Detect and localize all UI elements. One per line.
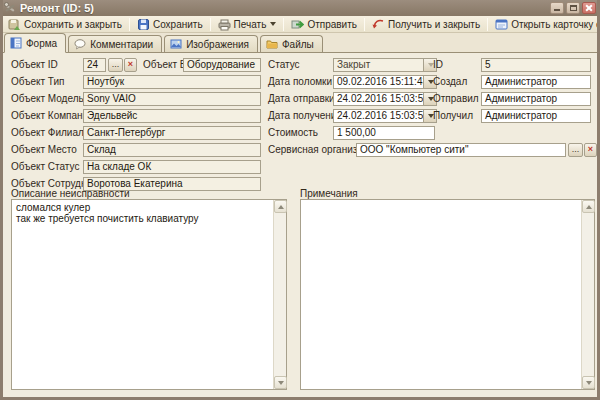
tab-comments-label: Комментарии — [90, 39, 153, 50]
id-label: ID — [433, 59, 443, 71]
sent-by-field[interactable]: Администратор — [481, 92, 591, 106]
arrow-down-icon — [586, 381, 592, 385]
images-icon — [170, 38, 182, 50]
tab-form-label: Форма — [26, 38, 57, 49]
save-label: Сохранить — [153, 19, 203, 30]
toolbar-separator — [364, 18, 365, 31]
object-kind-field[interactable]: Оборудование — [183, 58, 261, 72]
minimize-button[interactable] — [550, 2, 564, 14]
scroll-up-button[interactable] — [274, 200, 287, 213]
receive-date-combo[interactable]: 24.02.2016 15:03:54 — [333, 109, 437, 123]
send-date-combo[interactable]: 24.02.2016 15:03:50 — [333, 92, 437, 106]
notes-scrollbar[interactable] — [581, 200, 594, 389]
send-label: Отправить — [307, 19, 357, 30]
status-combo[interactable]: Закрыт — [333, 58, 437, 72]
toolbar-separator — [129, 18, 130, 31]
send-icon — [291, 18, 304, 31]
save-and-close-label: Сохранить и закрыть — [24, 19, 122, 30]
id-field[interactable]: 5 — [481, 58, 591, 72]
comment-icon — [74, 38, 86, 50]
send-date-label: Дата отправки — [268, 93, 335, 105]
print-dropdown-arrow-icon — [270, 22, 276, 26]
save-button[interactable]: Сохранить — [132, 16, 208, 33]
tab-images[interactable]: Изображения — [164, 35, 258, 52]
description-scrollbar[interactable] — [273, 200, 286, 389]
object-id-label: Объект ID — [11, 59, 58, 71]
print-icon — [218, 18, 231, 31]
form-icon — [10, 37, 22, 49]
arrow-up-icon — [278, 205, 284, 209]
window-title: Ремонт (ID: 5) — [20, 2, 550, 14]
receive-and-close-button[interactable]: Получить и закрыть — [367, 16, 485, 33]
save-and-close-button[interactable]: Сохранить и закрыть — [3, 16, 127, 33]
sent-by-label: Отправил — [433, 93, 479, 105]
toolbar-separator — [487, 18, 488, 31]
object-id-browse-button[interactable]: ... — [108, 58, 123, 72]
app-window: Ремонт (ID: 5) Сохранить и закрыть Сохра… — [0, 0, 600, 400]
receive-and-close-label: Получить и закрыть — [388, 19, 480, 30]
service-org-browse-button[interactable]: ... — [568, 143, 583, 157]
arrow-up-icon — [586, 205, 592, 209]
object-model-label: Объект Модель — [11, 93, 84, 105]
maximize-icon — [570, 5, 577, 11]
receive-close-icon — [372, 18, 385, 31]
object-id-field[interactable]: 24 — [83, 58, 106, 72]
send-date-value: 24.02.2016 15:03:50 — [333, 92, 424, 106]
receive-date-value: 24.02.2016 15:03:54 — [333, 109, 424, 123]
arrow-down-icon — [278, 381, 284, 385]
tab-form[interactable]: Форма — [4, 33, 66, 53]
object-type-label: Объект Тип — [11, 76, 65, 88]
object-model-field[interactable]: Sony VAIO — [83, 92, 261, 106]
scroll-up-button[interactable] — [582, 200, 595, 213]
titlebar: Ремонт (ID: 5) — [0, 0, 600, 16]
object-branch-label: Объект Филиал — [11, 127, 84, 139]
service-org-clear-button[interactable]: × — [584, 143, 597, 157]
description-textarea[interactable]: сломался кулер так же требуется почистит… — [11, 199, 287, 390]
scroll-down-button[interactable] — [274, 376, 287, 389]
object-status-label: Объект Статус — [11, 161, 79, 173]
break-date-value: 09.02.2016 15:11:43 — [333, 75, 424, 89]
received-by-label: Получил — [433, 110, 473, 122]
created-by-field[interactable]: Администратор — [481, 75, 591, 89]
save-close-icon — [8, 18, 21, 31]
tab-comments[interactable]: Комментарии — [68, 35, 162, 52]
close-icon — [585, 4, 593, 12]
save-icon — [137, 18, 150, 31]
send-button[interactable]: Отправить — [286, 16, 362, 33]
repair-tool-icon — [4, 2, 16, 14]
close-button[interactable] — [582, 2, 596, 14]
object-id-clear-button[interactable]: × — [124, 58, 137, 72]
toolbar-separator — [283, 18, 284, 31]
print-label: Печать — [234, 19, 267, 30]
cost-label: Стоимость — [268, 127, 318, 139]
break-date-combo[interactable]: 09.02.2016 15:11:43 — [333, 75, 437, 89]
open-object-card-label: Открыть карточку объекта — [511, 19, 600, 30]
notes-textarea[interactable] — [300, 199, 595, 390]
object-branch-field[interactable]: Санкт-Петербург — [83, 126, 261, 140]
object-card-icon — [495, 18, 508, 31]
object-type-field[interactable]: Ноутбук — [83, 75, 261, 89]
status-value: Закрыт — [333, 58, 424, 72]
received-by-field[interactable]: Администратор — [481, 109, 591, 123]
scroll-down-button[interactable] — [582, 376, 595, 389]
object-status-field[interactable]: На складе ОК — [83, 160, 261, 174]
object-place-field[interactable]: Склад — [83, 143, 261, 157]
open-object-card-button[interactable]: Открыть карточку объекта — [490, 16, 600, 33]
created-by-label: Создал — [433, 76, 467, 88]
cost-field[interactable]: 1 500,00 — [333, 126, 435, 140]
status-label: Статус — [268, 59, 300, 71]
maximize-button[interactable] — [566, 2, 580, 14]
service-org-field[interactable]: ООО "Компьютер сити" — [356, 143, 566, 157]
tab-images-label: Изображения — [186, 39, 249, 50]
tab-files[interactable]: Файлы — [260, 35, 323, 52]
object-place-label: Объект Место — [11, 144, 77, 156]
receive-date-label: Дата получения — [268, 110, 342, 122]
object-company-field[interactable]: Эдельвейс — [83, 109, 261, 123]
tab-bar: Форма Комментарии Изображения Файлы — [0, 33, 600, 53]
tab-files-label: Файлы — [282, 39, 314, 50]
toolbar-separator — [210, 18, 211, 31]
break-date-label: Дата поломки — [268, 76, 332, 88]
print-button[interactable]: Печать — [213, 16, 282, 33]
minimize-icon — [554, 9, 560, 11]
toolbar: Сохранить и закрыть Сохранить Печать — [0, 16, 600, 33]
